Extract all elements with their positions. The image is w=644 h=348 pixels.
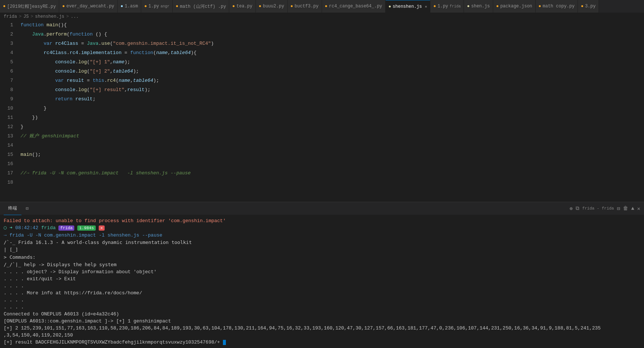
tab-label-package: package.json [500, 4, 532, 9]
frida-logo-3: > Commands: [4, 254, 35, 260]
tab-math[interactable]: ● math (山河ctf) .py [173, 0, 229, 13]
connected-text: Connected to ONEPLUS A6013 (id=e4a32c46) [4, 311, 119, 317]
dots-3: . . . . [4, 304, 24, 310]
tab-rc4[interactable]: ● rc4_cange_base64_.py [322, 0, 386, 13]
terminal-tab-terminal[interactable]: 终端 [4, 202, 21, 215]
frida-logo-2: | [_] [4, 247, 18, 252]
cmd-exit-text: exit/quit -> Exit [27, 276, 76, 282]
frida-label: frida - frida [582, 206, 614, 211]
code-line-17: //→ frida -U -N com.genshin.impact -l sh… [19, 168, 637, 178]
code-line-3: var rc4Class = Java.use("com.genshin.imp… [19, 39, 637, 48]
frida-ascii-4: /_/`|_ help -> Displays the help system [4, 261, 640, 268]
code-line-13: // 账户 genshinimpact [19, 131, 637, 141]
layout-icon[interactable]: ⊟ [617, 205, 620, 212]
split-terminal-icon[interactable]: ⧉ [576, 205, 579, 211]
frida-logo-4: /_/`|_ help -> Displays the help system [4, 262, 116, 267]
close-terminal-icon[interactable]: ✕ [637, 205, 640, 212]
breadcrumb-ellipsis: ... [71, 14, 79, 19]
terminal-tab-2-label: ⊡ [26, 206, 28, 211]
tab-label-buuu2: buuu2.py [263, 4, 284, 9]
main-container: ● [2019红帽]easyRE.py ● ever_day_wecaht.py… [0, 0, 644, 348]
breadcrumb-frida: frida [4, 14, 17, 19]
line-numbers: 12345 678910 1112131415 161718 [0, 20, 19, 202]
frida-ascii-3: > Commands: [4, 254, 640, 261]
tab-shenshen[interactable]: ● shenshen.js ✕ [386, 0, 430, 13]
code-line-1: function main(){ [19, 20, 637, 30]
output-line-4: [+] result BADCFEHGJILKNMPORQTSVUXWZYbad… [4, 339, 640, 346]
tab-buuu2[interactable]: ● buuu2.py [256, 0, 288, 13]
code-line-7: var result = this.rc4(name,table64); [19, 76, 637, 85]
tab-asm[interactable]: ● 1.asm [118, 0, 141, 13]
tab-tea[interactable]: ● tea.py [229, 0, 255, 13]
tab-1py-frida[interactable]: ● 1.py frida [430, 0, 464, 13]
tab-label-3py: 3.py [585, 4, 596, 9]
more-info-text: More info at https://frida.re/docs/home/ [27, 290, 142, 296]
cmd-line: → frida -U -N com.genshin.impact -l shen… [4, 232, 640, 239]
code-line-18 [19, 178, 637, 187]
code-content: function main(){ Java.perform(function (… [19, 20, 644, 202]
output-2-text: [+] 2 125,239,101,151,77,163,163,110,58,… [4, 325, 601, 331]
code-line-4: rc4Class.rc4.implementation = function(n… [19, 48, 637, 57]
maximize-icon[interactable]: ▲ [631, 205, 634, 211]
tab-label-rc4: rc4_cange_base64_.py [329, 4, 382, 9]
prompt-arrow: ➜ [10, 225, 16, 231]
connected-line: Connected to ONEPLUS A6013 (id=e4a32c46) [4, 311, 640, 318]
tab-label-1py-angr: 1.py [148, 4, 159, 9]
trash-icon[interactable]: 🗑 [623, 205, 628, 211]
breadcrumb-file: shenshen.js [35, 14, 64, 19]
code-line-14 [19, 141, 637, 150]
terminal-content[interactable]: Failed to attach: unable to find process… [0, 215, 644, 348]
code-line-5: console.log("[+] 1",name); [19, 57, 637, 67]
more-info-line: . . . . More info at https://frida.re/do… [4, 290, 640, 297]
tab-label-1py-frida: 1.py [437, 4, 448, 9]
tab-package[interactable]: ● package.json [493, 0, 536, 13]
close-icon[interactable]: ✕ [425, 4, 427, 9]
dots-exit: . . . . [4, 276, 27, 282]
code-line-6: console.log("[+] 2",table64); [19, 67, 637, 76]
tab-buctf3[interactable]: ● buctf3.py [288, 0, 322, 13]
code-line-11: }) [19, 113, 637, 122]
error-line: Failed to attach: unable to find process… [4, 217, 640, 224]
tab-math-copy[interactable]: ● math copy.py [536, 0, 578, 13]
dots-line-2: . . . . [4, 297, 640, 304]
tab-shen[interactable]: ● shen.js [464, 0, 493, 13]
tab-label-shenshen: shenshen.js [393, 4, 422, 9]
terminal-cursor [223, 340, 226, 345]
prompt-branch: frida [41, 225, 56, 231]
tab-easyRE[interactable]: ● [2019红帽]easyRE.py [0, 0, 59, 13]
editor-area: 12345 678910 1112131415 161718 function … [0, 20, 644, 202]
badge-ms: 1.984s [77, 225, 96, 231]
terminal-controls: ⊕ ⧉ frida - frida ⊟ 🗑 ▲ ✕ [569, 205, 640, 212]
breadcrumb-js: JS [23, 14, 28, 19]
prompt-circle: ◯ [4, 225, 7, 231]
add-terminal-icon[interactable]: ⊕ [569, 205, 572, 212]
dots-obj: . . . . [4, 269, 27, 275]
tab-wecaht[interactable]: ● ever_day_wecaht.py [59, 0, 118, 13]
code-line-10: } [19, 104, 637, 113]
tab-suffix-frida: frida [450, 4, 461, 9]
code-line-2: Java.perform(function () { [19, 30, 637, 39]
code-line-15: main(); [19, 150, 637, 159]
tab-label-wecaht: ever_day_wecaht.py [66, 4, 114, 9]
terminal-tabs: 终端 ⊡ [4, 202, 33, 215]
breadcrumb: frida > JS > shenshen.js > ... [0, 13, 644, 20]
tab-1py-angr[interactable]: ● 1.py angr [141, 0, 173, 13]
cmd-object-line: . . . . object? -> Display information a… [4, 268, 640, 275]
dots-2: . . . . [4, 297, 24, 303]
terminal-tab-2[interactable]: ⊡ [21, 202, 33, 215]
tab-label-math-copy: math copy.py [543, 4, 574, 9]
code-line-12: } [19, 122, 637, 131]
code-line-9: return result; [19, 94, 637, 104]
output-1-text: [ONEPLUS A6013::com.genshin.impact ]-> [… [4, 318, 171, 324]
badge-frida: frida [58, 225, 74, 231]
error-text: Failed to attach: unable to find process… [4, 218, 226, 224]
code-container: 12345 678910 1112131415 161718 function … [0, 20, 644, 202]
dots-more: . . . . [4, 290, 27, 296]
tab-label-tea: tea.py [237, 4, 252, 9]
badge-red: ✕ [99, 225, 105, 231]
breadcrumb-sep3: > [66, 14, 69, 19]
terminal-tab-label: 终端 [8, 205, 17, 211]
frida-ascii-2: | [_] [4, 246, 640, 254]
tab-3py[interactable]: ● 3.py [578, 0, 599, 13]
tab-label-easyRE: [2019红帽]easyRE.py [7, 3, 56, 10]
